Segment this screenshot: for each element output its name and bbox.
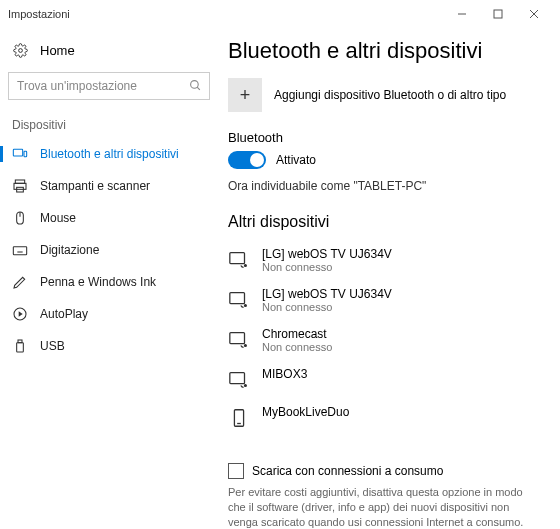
bluetooth-toggle[interactable] [228, 151, 266, 169]
home-label: Home [40, 43, 75, 58]
device-status: Non connesso [262, 341, 332, 353]
maximize-button[interactable] [480, 0, 516, 28]
plus-icon: + [228, 78, 262, 112]
search-wrap [8, 72, 210, 100]
home-nav[interactable]: Home [0, 34, 218, 66]
svg-rect-30 [230, 373, 245, 384]
svg-point-31 [245, 385, 247, 387]
close-button[interactable] [516, 0, 552, 28]
device-status: Non connesso [262, 261, 392, 273]
keyboard-icon [12, 242, 28, 258]
svg-rect-24 [230, 253, 245, 264]
search-input[interactable] [8, 72, 210, 100]
sidebar-item-label: Stampanti e scanner [40, 179, 150, 193]
add-device-label: Aggiungi dispositivo Bluetooth o di altr… [274, 88, 506, 102]
page-title: Bluetooth e altri dispositivi [228, 38, 544, 64]
device-status: Non connesso [262, 301, 392, 313]
search-icon [189, 79, 202, 92]
window-title: Impostazioni [8, 8, 444, 20]
sidebar-item-label: Penna e Windows Ink [40, 275, 156, 289]
device-name: MIBOX3 [262, 367, 307, 381]
sidebar-item-label: Bluetooth e altri dispositivi [40, 147, 179, 161]
cast-icon [228, 369, 250, 391]
svg-point-5 [191, 81, 199, 89]
tv-icon [228, 289, 250, 311]
title-bar: Impostazioni [0, 0, 560, 28]
printer-icon [12, 178, 28, 194]
device-item[interactable]: MIBOX3 [228, 363, 544, 401]
device-item[interactable]: [LG] webOS TV UJ634VNon connesso [228, 283, 544, 323]
svg-line-6 [197, 87, 200, 90]
mouse-icon [12, 210, 28, 226]
svg-rect-28 [230, 333, 245, 344]
svg-rect-14 [13, 247, 26, 255]
sidebar-item-mouse[interactable]: Mouse [0, 202, 218, 234]
metered-label: Scarica con connessioni a consumo [252, 464, 443, 478]
minimize-button[interactable] [444, 0, 480, 28]
sidebar-item-label: Mouse [40, 211, 76, 225]
svg-rect-10 [14, 183, 26, 189]
sidebar-item-autoplay[interactable]: AutoPlay [0, 298, 218, 330]
tv-icon [228, 249, 250, 271]
svg-point-25 [245, 265, 247, 267]
svg-rect-8 [24, 151, 27, 156]
device-name: [LG] webOS TV UJ634V [262, 287, 392, 301]
usb-icon [12, 338, 28, 354]
svg-point-29 [245, 345, 247, 347]
device-name: [LG] webOS TV UJ634V [262, 247, 392, 261]
svg-point-4 [18, 48, 22, 52]
window-controls [444, 0, 552, 28]
phone-icon [228, 407, 250, 429]
discoverable-text: Ora individuabile come "TABLET-PC" [228, 179, 544, 193]
autoplay-icon [12, 306, 28, 322]
svg-rect-7 [13, 149, 22, 156]
gear-icon [12, 42, 28, 58]
pen-icon [12, 274, 28, 290]
cast-icon [228, 329, 250, 351]
main-content: Bluetooth e altri dispositivi + Aggiungi… [218, 28, 560, 529]
nav-group-label: Dispositivi [0, 110, 218, 138]
toggle-state-label: Attivato [276, 153, 316, 167]
sidebar-item-label: AutoPlay [40, 307, 88, 321]
svg-rect-23 [17, 343, 24, 352]
device-item[interactable]: [LG] webOS TV UJ634VNon connesso [228, 243, 544, 283]
sidebar-item-bluetooth[interactable]: Bluetooth e altri dispositivi [0, 138, 218, 170]
metered-download-row: Scarica con connessioni a consumo [228, 463, 544, 479]
bluetooth-label: Bluetooth [228, 130, 544, 145]
sidebar: Home Dispositivi Bluetooth e altri dispo… [0, 28, 218, 529]
svg-rect-26 [230, 293, 245, 304]
svg-marker-21 [19, 311, 23, 316]
sidebar-item-printers[interactable]: Stampanti e scanner [0, 170, 218, 202]
device-name: MyBookLiveDuo [262, 405, 349, 419]
sidebar-item-usb[interactable]: USB [0, 330, 218, 362]
svg-rect-1 [494, 10, 502, 18]
metered-checkbox[interactable] [228, 463, 244, 479]
sidebar-item-label: USB [40, 339, 65, 353]
devices-icon [12, 146, 28, 162]
other-devices-heading: Altri dispositivi [228, 213, 544, 231]
sidebar-item-pen[interactable]: Penna e Windows Ink [0, 266, 218, 298]
bluetooth-toggle-row: Attivato [228, 151, 544, 169]
svg-point-27 [245, 305, 247, 307]
metered-description: Per evitare costi aggiuntivi, disattiva … [228, 485, 544, 529]
device-name: Chromecast [262, 327, 332, 341]
sidebar-item-typing[interactable]: Digitazione [0, 234, 218, 266]
device-item[interactable]: MyBookLiveDuo [228, 401, 544, 439]
device-list: [LG] webOS TV UJ634VNon connesso [LG] we… [228, 243, 544, 439]
add-device-row[interactable]: + Aggiungi dispositivo Bluetooth o di al… [228, 78, 544, 112]
device-item[interactable]: ChromecastNon connesso [228, 323, 544, 363]
sidebar-item-label: Digitazione [40, 243, 99, 257]
